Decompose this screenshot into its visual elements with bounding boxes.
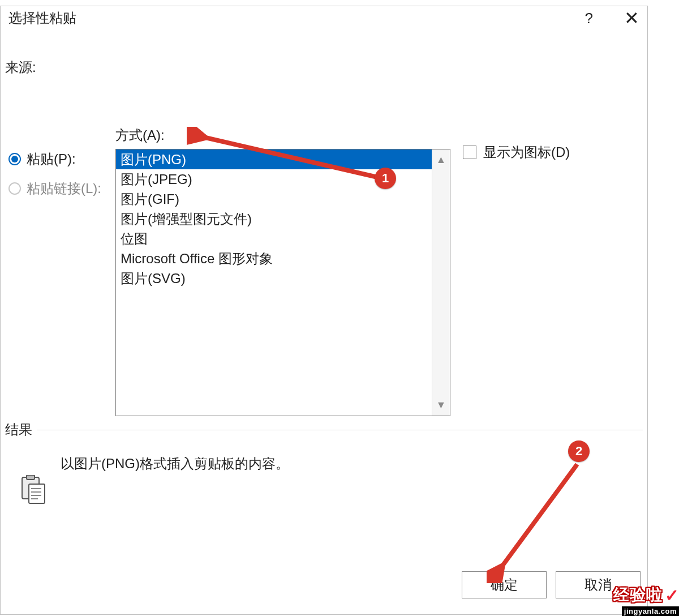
dialog-title: 选择性粘贴 (8, 9, 76, 27)
radio-paste-label: 粘贴(P): (27, 150, 76, 168)
paste-mode-column: 粘贴(P): 粘贴链接(L): (5, 126, 115, 209)
scroll-up-icon[interactable]: ▲ (436, 154, 446, 166)
list-item[interactable]: 图片(增强型图元文件) (116, 209, 432, 229)
annotation-marker-2: 2 (568, 440, 590, 462)
svg-rect-2 (29, 484, 45, 503)
result-text: 以图片(PNG)格式插入剪贴板的内容。 (61, 455, 289, 473)
annotation-marker-1: 1 (375, 168, 396, 189)
radio-paste[interactable]: 粘贴(P): (8, 150, 115, 168)
checkbox-icon (463, 146, 476, 159)
watermark-check-icon: ✓ (665, 585, 679, 605)
paste-special-dialog: 选择性粘贴 ? ✕ 来源: 粘贴(P): 粘贴链接(L): 方式(A): (0, 6, 648, 615)
result-body: 以图片(PNG)格式插入剪贴板的内容。 (5, 455, 643, 504)
radio-indicator-icon (8, 182, 21, 195)
main-row: 粘贴(P): 粘贴链接(L): 方式(A): 图片(PNG) 图片(JPEG) … (5, 126, 644, 416)
scroll-down-icon[interactable]: ▼ (436, 399, 446, 411)
svg-rect-1 (27, 475, 35, 480)
radio-paste-link: 粘贴链接(L): (8, 179, 115, 198)
watermark: 经验啦 ✓ jingyanla.com (613, 584, 679, 616)
list-item[interactable]: 图片(PNG) (116, 149, 432, 169)
format-column: 方式(A): 图片(PNG) 图片(JPEG) 图片(GIF) 图片(增强型图元… (115, 126, 450, 416)
list-item[interactable]: 图片(GIF) (116, 189, 432, 209)
help-button[interactable]: ? (585, 10, 593, 27)
ok-button[interactable]: 确定 (462, 571, 547, 598)
clipboard-icon (19, 475, 48, 504)
result-section: 结果 以图片(PNG)格式插入剪贴板的内容。 (5, 421, 643, 504)
show-as-icon-checkbox[interactable]: 显示为图标(D) (463, 143, 570, 161)
source-label: 来源: (5, 58, 644, 76)
options-column: 显示为图标(D) (450, 126, 570, 161)
list-item[interactable]: 位图 (116, 229, 432, 249)
radio-indicator-icon (8, 153, 21, 165)
radio-paste-link-label: 粘贴链接(L): (27, 179, 101, 198)
dialog-body: 来源: 粘贴(P): 粘贴链接(L): 方式(A): 图片(PNG) (1, 30, 647, 416)
watermark-url: jingyanla.com (622, 606, 679, 616)
titlebar-controls: ? ✕ (585, 9, 639, 27)
format-listbox[interactable]: 图片(PNG) 图片(JPEG) 图片(GIF) 图片(增强型图元文件) 位图 … (115, 149, 450, 416)
list-item[interactable]: Microsoft Office 图形对象 (116, 249, 432, 268)
close-button[interactable]: ✕ (624, 9, 639, 27)
title-bar: 选择性粘贴 ? ✕ (1, 6, 647, 30)
listbox-scrollbar[interactable]: ▲ ▼ (432, 149, 450, 416)
format-label: 方式(A): (115, 126, 450, 144)
list-item[interactable]: 图片(SVG) (116, 268, 432, 288)
show-as-icon-label: 显示为图标(D) (483, 143, 570, 161)
watermark-brand: 经验啦 (613, 584, 663, 606)
divider (37, 430, 643, 430)
list-items: 图片(PNG) 图片(JPEG) 图片(GIF) 图片(增强型图元文件) 位图 … (116, 149, 432, 416)
